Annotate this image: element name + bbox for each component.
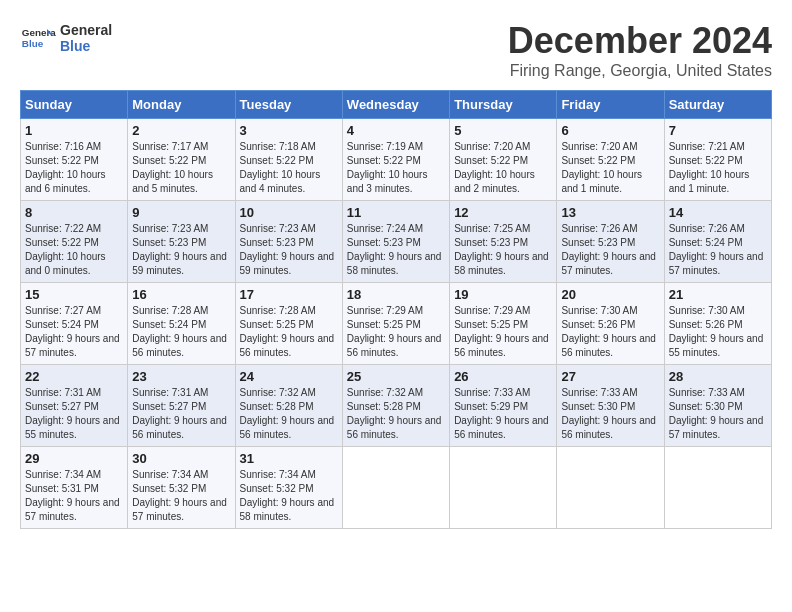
day-number: 7 [669,123,767,138]
day-detail: Sunrise: 7:30 AMSunset: 5:26 PMDaylight:… [669,304,767,360]
page-title: December 2024 [508,20,772,62]
calendar-cell: 10Sunrise: 7:23 AMSunset: 5:23 PMDayligh… [235,201,342,283]
calendar-cell: 12Sunrise: 7:25 AMSunset: 5:23 PMDayligh… [450,201,557,283]
calendar-cell: 19Sunrise: 7:29 AMSunset: 5:25 PMDayligh… [450,283,557,365]
day-number: 11 [347,205,445,220]
day-detail: Sunrise: 7:33 AMSunset: 5:29 PMDaylight:… [454,386,552,442]
calendar-cell: 28Sunrise: 7:33 AMSunset: 5:30 PMDayligh… [664,365,771,447]
svg-text:Blue: Blue [22,38,44,49]
empty-cell [557,447,664,529]
calendar-cell: 14Sunrise: 7:26 AMSunset: 5:24 PMDayligh… [664,201,771,283]
calendar-cell: 18Sunrise: 7:29 AMSunset: 5:25 PMDayligh… [342,283,449,365]
calendar-cell: 8Sunrise: 7:22 AMSunset: 5:22 PMDaylight… [21,201,128,283]
day-detail: Sunrise: 7:29 AMSunset: 5:25 PMDaylight:… [454,304,552,360]
day-detail: Sunrise: 7:22 AMSunset: 5:22 PMDaylight:… [25,222,123,278]
calendar-day-header: Tuesday [235,91,342,119]
calendar-cell: 7Sunrise: 7:21 AMSunset: 5:22 PMDaylight… [664,119,771,201]
day-detail: Sunrise: 7:34 AMSunset: 5:32 PMDaylight:… [240,468,338,524]
calendar-cell: 21Sunrise: 7:30 AMSunset: 5:26 PMDayligh… [664,283,771,365]
day-detail: Sunrise: 7:19 AMSunset: 5:22 PMDaylight:… [347,140,445,196]
day-number: 8 [25,205,123,220]
calendar-cell: 1Sunrise: 7:16 AMSunset: 5:22 PMDaylight… [21,119,128,201]
calendar-cell: 22Sunrise: 7:31 AMSunset: 5:27 PMDayligh… [21,365,128,447]
day-number: 5 [454,123,552,138]
day-detail: Sunrise: 7:24 AMSunset: 5:23 PMDaylight:… [347,222,445,278]
day-detail: Sunrise: 7:23 AMSunset: 5:23 PMDaylight:… [240,222,338,278]
day-number: 6 [561,123,659,138]
day-number: 17 [240,287,338,302]
day-number: 9 [132,205,230,220]
day-number: 25 [347,369,445,384]
day-number: 1 [25,123,123,138]
day-detail: Sunrise: 7:17 AMSunset: 5:22 PMDaylight:… [132,140,230,196]
calendar-cell: 25Sunrise: 7:32 AMSunset: 5:28 PMDayligh… [342,365,449,447]
day-detail: Sunrise: 7:31 AMSunset: 5:27 PMDaylight:… [132,386,230,442]
calendar-day-header: Wednesday [342,91,449,119]
logo-line2: Blue [60,38,112,54]
day-detail: Sunrise: 7:29 AMSunset: 5:25 PMDaylight:… [347,304,445,360]
calendar-header: SundayMondayTuesdayWednesdayThursdayFrid… [21,91,772,119]
page-subtitle: Firing Range, Georgia, United States [508,62,772,80]
calendar-cell: 23Sunrise: 7:31 AMSunset: 5:27 PMDayligh… [128,365,235,447]
day-detail: Sunrise: 7:21 AMSunset: 5:22 PMDaylight:… [669,140,767,196]
calendar-cell: 27Sunrise: 7:33 AMSunset: 5:30 PMDayligh… [557,365,664,447]
calendar-cell: 13Sunrise: 7:26 AMSunset: 5:23 PMDayligh… [557,201,664,283]
calendar-cell: 26Sunrise: 7:33 AMSunset: 5:29 PMDayligh… [450,365,557,447]
day-number: 14 [669,205,767,220]
day-detail: Sunrise: 7:26 AMSunset: 5:24 PMDaylight:… [669,222,767,278]
day-detail: Sunrise: 7:32 AMSunset: 5:28 PMDaylight:… [347,386,445,442]
day-number: 21 [669,287,767,302]
calendar-cell: 9Sunrise: 7:23 AMSunset: 5:23 PMDaylight… [128,201,235,283]
day-number: 26 [454,369,552,384]
day-detail: Sunrise: 7:33 AMSunset: 5:30 PMDaylight:… [561,386,659,442]
day-detail: Sunrise: 7:27 AMSunset: 5:24 PMDaylight:… [25,304,123,360]
calendar-cell: 20Sunrise: 7:30 AMSunset: 5:26 PMDayligh… [557,283,664,365]
day-number: 13 [561,205,659,220]
svg-text:General: General [22,27,56,38]
calendar-cell: 6Sunrise: 7:20 AMSunset: 5:22 PMDaylight… [557,119,664,201]
calendar-day-header: Friday [557,91,664,119]
day-number: 31 [240,451,338,466]
logo-line1: General [60,22,112,38]
day-number: 16 [132,287,230,302]
day-detail: Sunrise: 7:25 AMSunset: 5:23 PMDaylight:… [454,222,552,278]
header: General Blue General Blue December 2024 … [20,20,772,80]
title-section: December 2024 Firing Range, Georgia, Uni… [508,20,772,80]
calendar-day-header: Thursday [450,91,557,119]
calendar-cell: 11Sunrise: 7:24 AMSunset: 5:23 PMDayligh… [342,201,449,283]
day-number: 18 [347,287,445,302]
day-detail: Sunrise: 7:23 AMSunset: 5:23 PMDaylight:… [132,222,230,278]
day-number: 10 [240,205,338,220]
day-number: 23 [132,369,230,384]
calendar-cell: 15Sunrise: 7:27 AMSunset: 5:24 PMDayligh… [21,283,128,365]
day-detail: Sunrise: 7:30 AMSunset: 5:26 PMDaylight:… [561,304,659,360]
calendar-cell: 24Sunrise: 7:32 AMSunset: 5:28 PMDayligh… [235,365,342,447]
day-detail: Sunrise: 7:20 AMSunset: 5:22 PMDaylight:… [561,140,659,196]
calendar-cell: 17Sunrise: 7:28 AMSunset: 5:25 PMDayligh… [235,283,342,365]
calendar-cell: 31Sunrise: 7:34 AMSunset: 5:32 PMDayligh… [235,447,342,529]
calendar-cell: 30Sunrise: 7:34 AMSunset: 5:32 PMDayligh… [128,447,235,529]
day-detail: Sunrise: 7:34 AMSunset: 5:32 PMDaylight:… [132,468,230,524]
day-detail: Sunrise: 7:28 AMSunset: 5:24 PMDaylight:… [132,304,230,360]
day-detail: Sunrise: 7:26 AMSunset: 5:23 PMDaylight:… [561,222,659,278]
day-detail: Sunrise: 7:32 AMSunset: 5:28 PMDaylight:… [240,386,338,442]
calendar-cell: 2Sunrise: 7:17 AMSunset: 5:22 PMDaylight… [128,119,235,201]
empty-cell [342,447,449,529]
logo-icon: General Blue [20,20,56,56]
day-number: 22 [25,369,123,384]
day-number: 19 [454,287,552,302]
day-detail: Sunrise: 7:33 AMSunset: 5:30 PMDaylight:… [669,386,767,442]
calendar-cell: 16Sunrise: 7:28 AMSunset: 5:24 PMDayligh… [128,283,235,365]
day-number: 28 [669,369,767,384]
day-number: 24 [240,369,338,384]
day-detail: Sunrise: 7:18 AMSunset: 5:22 PMDaylight:… [240,140,338,196]
day-detail: Sunrise: 7:31 AMSunset: 5:27 PMDaylight:… [25,386,123,442]
day-number: 15 [25,287,123,302]
calendar-cell: 29Sunrise: 7:34 AMSunset: 5:31 PMDayligh… [21,447,128,529]
calendar-table: SundayMondayTuesdayWednesdayThursdayFrid… [20,90,772,529]
day-detail: Sunrise: 7:28 AMSunset: 5:25 PMDaylight:… [240,304,338,360]
day-number: 30 [132,451,230,466]
calendar-cell: 3Sunrise: 7:18 AMSunset: 5:22 PMDaylight… [235,119,342,201]
calendar-day-header: Sunday [21,91,128,119]
day-number: 29 [25,451,123,466]
